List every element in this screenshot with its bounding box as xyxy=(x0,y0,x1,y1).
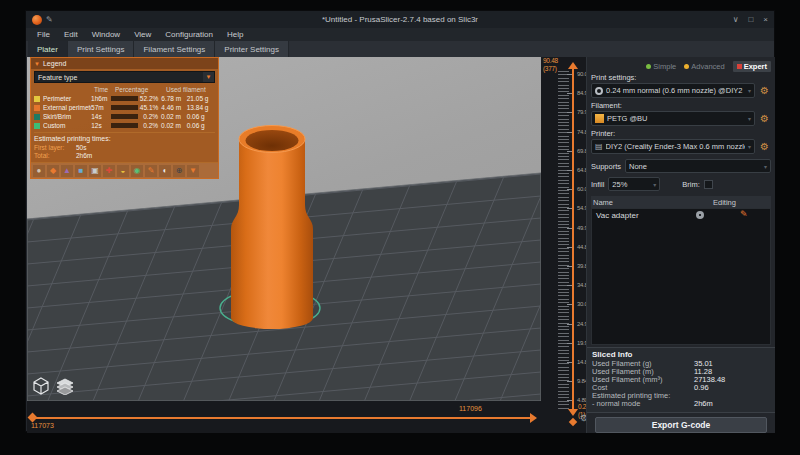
tab-plater[interactable]: Plater xyxy=(28,41,68,57)
color-changes-icon[interactable]: ◒ xyxy=(117,165,129,177)
feature-length: 0.02 m xyxy=(161,122,187,129)
first-layer-value: 50s xyxy=(76,144,86,152)
printer-value: DIY2 (Creality Ender-3 Max 0.6 mm nozzle… xyxy=(606,142,745,151)
brim-checkbox[interactable] xyxy=(704,180,713,189)
mode-expert[interactable]: Expert xyxy=(733,61,771,72)
layer-slider-top-layer: (377) xyxy=(543,65,557,72)
percentage-bar xyxy=(111,114,138,119)
feature-weight: 21.05 g xyxy=(187,95,215,102)
options-icon[interactable]: ▼ xyxy=(187,165,199,177)
mode-toggle-row: SimpleAdvancedExpert xyxy=(591,60,771,72)
close-icon[interactable]: × xyxy=(763,16,768,24)
sliced-info-panel: Sliced Info Used Filament (g)35.01Used F… xyxy=(587,347,775,413)
maximize-icon[interactable]: □ xyxy=(748,16,753,24)
infill-label: Infill xyxy=(591,180,604,189)
estimated-times-title: Estimated printing times: xyxy=(34,135,215,144)
mode-label: Expert xyxy=(744,62,767,71)
legend-row: Custom12s0.2%0.02 m0.06 g xyxy=(34,121,215,130)
feature-color-swatch xyxy=(34,96,40,102)
layer-slider-track[interactable] xyxy=(572,69,574,409)
export-gcode-button[interactable]: Export G-code xyxy=(595,417,767,433)
first-layer-label: First layer: xyxy=(34,144,76,152)
preview-layers-icon[interactable] xyxy=(55,377,75,395)
layer-slider-bottom-handle[interactable] xyxy=(568,409,578,416)
filament-color-swatch xyxy=(595,114,604,123)
legend-panel: ▼ Legend Feature type ▼ TimePercentageUs… xyxy=(30,57,219,179)
feature-name: Custom xyxy=(43,122,91,129)
minimize-icon[interactable]: ∨ xyxy=(733,16,739,24)
move-slider-strip: 117096 117073 xyxy=(27,401,541,433)
seams-icon[interactable]: ▣ xyxy=(89,165,101,177)
feature-percent: 45.1% xyxy=(140,104,161,111)
tab-print-settings[interactable]: Print Settings xyxy=(68,41,135,57)
layer-ruler-minor-ticks xyxy=(558,71,569,409)
sidebar: SimpleAdvancedExpert Print settings: 0.2… xyxy=(586,57,775,433)
menu-configuration[interactable]: Configuration xyxy=(158,30,220,39)
mode-simple[interactable]: Simple xyxy=(646,62,676,71)
legend-column-headers: TimePercentageUsed filament xyxy=(34,84,215,94)
legend-header[interactable]: ▼ Legend xyxy=(31,58,218,69)
feature-name: External perimeter xyxy=(43,104,91,111)
window-title: *Untitled - PrusaSlicer-2.7.4 based on S… xyxy=(26,15,774,24)
move-slider-track[interactable] xyxy=(32,417,530,419)
custom-gcodes-icon[interactable]: ✎ xyxy=(145,165,157,177)
mode-dot-icon xyxy=(737,64,742,69)
edit-object-icon[interactable]: ✎ xyxy=(740,210,748,219)
mode-label: Advanced xyxy=(691,62,724,71)
pause-prints-icon[interactable]: ◉ xyxy=(131,165,143,177)
filament-dropdown[interactable]: PETG @BU ▾ xyxy=(591,111,755,126)
retractions-icon[interactable]: ▲ xyxy=(61,165,73,177)
legend-row: External perimeter57m45.1%4.46 m13.84 g xyxy=(34,103,215,112)
printer-dropdown[interactable]: ▤ DIY2 (Creality Ender-3 Max 0.6 mm nozz… xyxy=(591,139,755,154)
edit-filament-gear-icon[interactable]: ⚙ xyxy=(758,114,771,124)
supports-dropdown[interactable]: None ▾ xyxy=(625,159,771,173)
object-list: Vac adapter ✎ xyxy=(591,208,771,345)
total-time-label: Total: xyxy=(34,152,76,160)
move-slider-left-thumb[interactable] xyxy=(28,413,38,423)
chevron-down-icon: ▾ xyxy=(748,143,751,150)
menu-view[interactable]: View xyxy=(127,30,158,39)
edit-printer-gear-icon[interactable]: ⚙ xyxy=(758,142,771,152)
mode-advanced[interactable]: Advanced xyxy=(684,62,724,71)
feature-time: 1h6m xyxy=(91,95,111,102)
feature-percent: 52.2% xyxy=(140,95,161,102)
filament-label: Filament: xyxy=(591,101,771,110)
feature-time: 57m xyxy=(91,104,111,111)
percentage-bar xyxy=(111,105,138,110)
vac-adapter-model[interactable] xyxy=(231,139,313,329)
infill-dropdown[interactable]: 25% ▾ xyxy=(608,177,660,191)
3d-viewport[interactable]: ▼ Legend Feature type ▼ TimePercentageUs… xyxy=(27,57,541,401)
layer-slider-strip: 90.48 (377) 90.0084.9679.9274.8869.8464.… xyxy=(541,57,586,433)
print-settings-dropdown[interactable]: 0.24 mm normal (0.6 mm nozzle) @DIY2 ▾ xyxy=(591,83,755,98)
edit-print-settings-gear-icon[interactable]: ⚙ xyxy=(758,86,771,96)
deretractions-icon[interactable]: ■ xyxy=(75,165,87,177)
wipe-icon[interactable]: ◆ xyxy=(47,165,59,177)
menu-bar: FileEditWindowViewConfigurationHelp xyxy=(26,28,774,41)
move-slider-right-handle[interactable] xyxy=(530,413,537,423)
legend-toolbar: ●◆▲■▣✚◒◉✎◐⊕▼ xyxy=(31,162,218,178)
print-settings-label: Print settings: xyxy=(591,73,771,82)
brim-label: Brim: xyxy=(682,180,700,189)
title-bar: ✎ *Untitled - PrusaSlicer-2.7.4 based on… xyxy=(26,11,774,28)
menu-edit[interactable]: Edit xyxy=(57,30,85,39)
feature-weight: 0.06 g xyxy=(187,122,215,129)
feature-name: Skirt/Brim xyxy=(43,113,91,120)
travel-icon[interactable]: ● xyxy=(33,165,45,177)
editor-view-icon[interactable] xyxy=(32,377,50,395)
menu-window[interactable]: Window xyxy=(85,30,127,39)
menu-help[interactable]: Help xyxy=(220,30,250,39)
tab-printer-settings[interactable]: Printer Settings xyxy=(215,41,289,57)
object-row[interactable]: Vac adapter ✎ xyxy=(592,209,770,222)
layer-slider-lower-thumb[interactable] xyxy=(569,418,577,426)
tool-changes-icon[interactable]: ✚ xyxy=(103,165,115,177)
menu-file[interactable]: File xyxy=(30,30,57,39)
tab-filament-settings[interactable]: Filament Settings xyxy=(134,41,215,57)
shells-icon[interactable]: ⊕ xyxy=(173,165,185,177)
layer-slider-top-handle[interactable] xyxy=(568,62,578,69)
col-used-filament: Used filament xyxy=(166,86,215,93)
center-of-gravity-icon[interactable]: ◐ xyxy=(159,165,171,177)
chevron-down-icon: ▾ xyxy=(764,163,767,170)
view-type-dropdown[interactable]: Feature type ▼ xyxy=(34,71,215,83)
eye-visibility-icon[interactable] xyxy=(696,211,704,219)
sliced-info-row: - normal mode2h6m xyxy=(592,400,770,408)
